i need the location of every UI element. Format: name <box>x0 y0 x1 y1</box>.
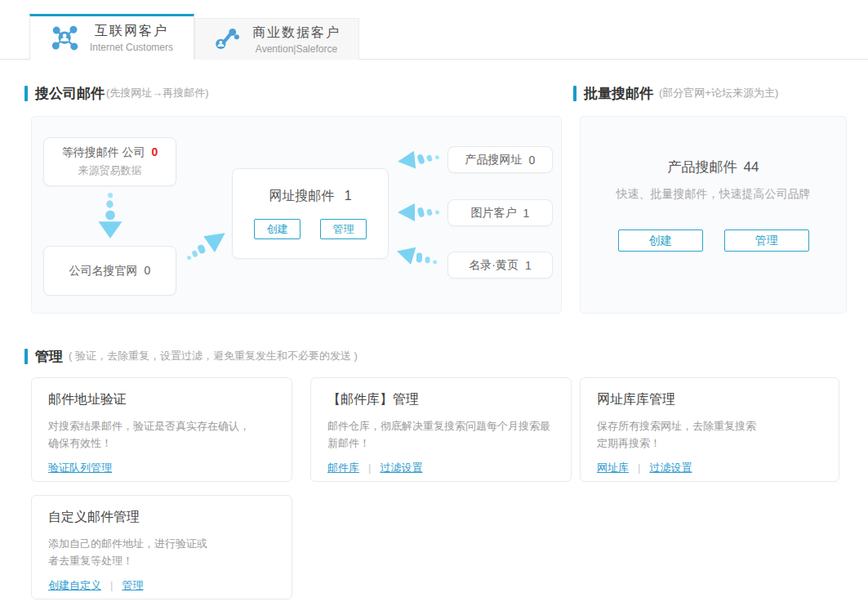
card-title: 邮件地址验证 <box>48 391 275 408</box>
waiting-companies-line: 等待搜邮件 公司0 <box>62 145 158 160</box>
filter-settings-link[interactable]: 过滤设置 <box>649 461 692 474</box>
manage-button[interactable]: 管理 <box>320 219 367 239</box>
batch-search-panel: 产品搜邮件44 快速、批量搜邮件，快速提高公司品牌 创建 管理 <box>580 116 847 314</box>
card-body-line: 者去重复等处理！ <box>48 553 275 570</box>
card-body: 对搜索结果邮件，验证是否真实存在确认， 确保有效性！ <box>48 418 275 452</box>
card-body: 添加自己的邮件地址，进行验证或 者去重复等处理！ <box>48 536 275 570</box>
search-company-email-header: 搜公司邮件 (先搜网址→再搜邮件) <box>24 84 562 102</box>
product-search-url-label: 产品搜网址 <box>465 153 523 167</box>
verification-queue-link[interactable]: 验证队列管理 <box>48 461 112 474</box>
url-search-email-box: 网址搜邮件 1 创建 管理 <box>232 168 389 259</box>
card-title: 网址库库管理 <box>597 391 822 408</box>
link-person-icon <box>213 25 243 54</box>
section-subtitle: ( 验证，去除重复，设置过滤，避免重复发生和不必要的发送 ) <box>69 349 358 363</box>
waiting-companies-count: 0 <box>152 145 158 158</box>
card-body-line: 保存所有搜索网址，去除重复搜索 <box>597 418 822 435</box>
section-accent-bar <box>24 349 28 364</box>
card-body-line: 邮件仓库，彻底解决重复搜索问题每个月搜索最 <box>327 418 554 435</box>
email-library-card: 【邮件库】管理 邮件仓库，彻底解决重复搜索问题每个月搜索最 新邮件！ 邮件库|过… <box>310 377 572 482</box>
card-body-line: 新邮件！ <box>327 435 554 452</box>
card-title: 自定义邮件管理 <box>48 509 275 526</box>
link-separator: | <box>638 461 640 474</box>
product-search-url-count: 0 <box>529 154 536 167</box>
section-title: 管理 <box>35 347 63 366</box>
card-body-line: 对搜索结果邮件，验证是否真实存在确认， <box>48 418 275 435</box>
arrow-down-icon <box>95 192 126 241</box>
batch-search-email-header: 批量搜邮件 (部分官网+论坛来源为主) <box>573 84 847 102</box>
waiting-companies-box: 等待搜邮件 公司0 来源贸易数据 <box>43 137 176 186</box>
url-library-link[interactable]: 网址库 <box>597 461 629 474</box>
card-body-line: 定期再搜索！ <box>597 435 822 452</box>
section-subtitle: (部分官网+论坛来源为主) <box>659 86 778 100</box>
email-library-link[interactable]: 邮件库 <box>327 461 359 474</box>
search-flow-panel: 等待搜邮件 公司0 来源贸易数据 公司名搜官网0 <box>31 116 562 314</box>
card-body: 邮件仓库，彻底解决重复搜索问题每个月搜索最 新邮件！ <box>327 418 554 452</box>
arrow-up-right-icon <box>177 221 234 272</box>
directory-yellowpages-box: 名录·黄页 1 <box>447 252 553 278</box>
product-search-url-box: 产品搜网址 0 <box>447 146 553 173</box>
card-body: 保存所有搜索网址，去除重复搜索 定期再搜索！ <box>597 418 822 452</box>
product-search-email-line: 产品搜邮件44 <box>668 158 759 176</box>
create-button[interactable]: 创建 <box>618 229 703 252</box>
section-subtitle: (先搜网址→再搜邮件) <box>106 86 209 100</box>
image-customers-label: 图片客户 <box>471 206 517 221</box>
tab-title: 商业数据客户 <box>252 25 341 42</box>
card-title: 【邮件库】管理 <box>327 391 554 408</box>
waiting-companies-label: 等待搜邮件 公司 <box>62 145 145 158</box>
network-users-icon <box>51 24 80 53</box>
image-customers-count: 1 <box>523 207 530 220</box>
manage-link[interactable]: 管理 <box>122 579 143 591</box>
card-body-line: 确保有效性！ <box>48 435 275 452</box>
url-library-card: 网址库库管理 保存所有搜索网址，去除重复搜索 定期再搜索！ 网址库|过滤设置 <box>580 377 839 482</box>
section-accent-bar <box>24 86 28 101</box>
section-title: 搜公司邮件 <box>35 84 105 103</box>
tab-business-data-customers-text: 商业数据客户 Avention|Saleforce <box>252 25 341 55</box>
tab-business-data-customers[interactable]: 商业数据客户 Avention|Saleforce <box>194 18 359 60</box>
arrow-left-icon <box>393 240 443 274</box>
url-search-email-label: 网址搜邮件 <box>269 189 334 203</box>
waiting-companies-source: 来源贸易数据 <box>78 163 142 178</box>
batch-panel-subtitle: 快速、批量搜邮件，快速提高公司品牌 <box>617 187 811 202</box>
company-name-count: 0 <box>145 264 151 277</box>
filter-settings-link[interactable]: 过滤设置 <box>380 461 422 474</box>
company-name-label: 公司名搜官网 <box>69 264 138 277</box>
tab-subtitle: Avention|Saleforce <box>252 43 341 55</box>
manage-section-header: 管理 ( 验证，去除重复，设置过滤，避免重复发生和不必要的发送 ) <box>24 347 847 365</box>
company-name-line: 公司名搜官网0 <box>69 264 151 278</box>
tab-internet-customers[interactable]: 互联网客户 Internet Customers <box>29 14 194 60</box>
arrow-left-icon <box>397 201 443 224</box>
tab-title: 互联网客户 <box>90 23 173 40</box>
create-button[interactable]: 创建 <box>254 219 300 239</box>
card-body-line: 添加自己的邮件地址，进行验证或 <box>48 536 275 553</box>
company-name-search-box: 公司名搜官网0 <box>43 246 176 296</box>
image-customers-box: 图片客户 1 <box>447 199 553 226</box>
section-title: 批量搜邮件 <box>584 84 653 103</box>
url-search-email-line: 网址搜邮件 1 <box>269 188 351 205</box>
directory-yellowpages-label: 名录·黄页 <box>469 258 519 273</box>
product-search-email-count: 44 <box>744 159 759 175</box>
url-search-email-count: 1 <box>345 189 352 203</box>
custom-email-card: 自定义邮件管理 添加自己的邮件地址，进行验证或 者去重复等处理！ 创建自定义|管… <box>31 495 292 599</box>
tab-subtitle: Internet Customers <box>90 42 173 53</box>
arrow-left-icon <box>396 145 444 173</box>
section-accent-bar <box>573 86 576 101</box>
link-separator: | <box>368 461 371 474</box>
product-search-email-label: 产品搜邮件 <box>668 159 737 175</box>
create-custom-link[interactable]: 创建自定义 <box>48 579 101 591</box>
directory-yellowpages-count: 1 <box>525 259 532 272</box>
top-tab-bar: 互联网客户 Internet Customers 商业数据客户 Avention… <box>0 0 868 60</box>
link-separator: | <box>110 579 113 591</box>
tab-internet-customers-text: 互联网客户 Internet Customers <box>90 23 173 53</box>
manage-button[interactable]: 管理 <box>724 229 809 252</box>
email-verification-card: 邮件地址验证 对搜索结果邮件，验证是否真实存在确认， 确保有效性！ 验证队列管理 <box>31 377 292 482</box>
